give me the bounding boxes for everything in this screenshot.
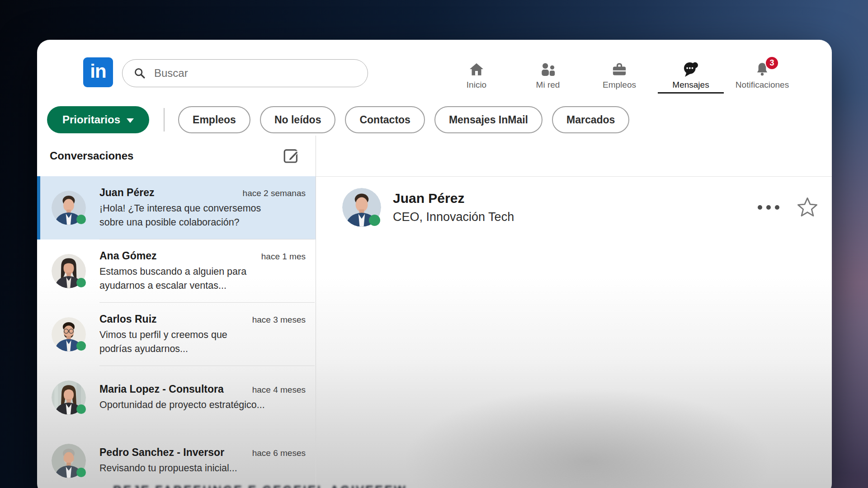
linkedin-window: in Inicio Mi red	[37, 40, 832, 488]
nav-label: Mi red	[536, 80, 560, 89]
filter-pill-empleos[interactable]: Empleos	[178, 106, 250, 133]
compose-message-button[interactable]	[282, 146, 301, 165]
conversation-preview: ¡Hola! ¿Te interesa que conversemos sobr…	[99, 202, 306, 230]
conversation-preview: Vimos tu perfil y creemos que podrías ay…	[99, 328, 306, 356]
conversation-item-maria-lopez[interactable]: Maria Lopez - Consultora hace 4 meses Op…	[37, 366, 316, 429]
conversation-name: Ana Gómez	[99, 250, 157, 262]
nav-label: Mensajes	[672, 80, 709, 89]
conversation-preview: Estamos buscando a alguien para ayudarno…	[99, 265, 306, 293]
conversation-time: hace 4 meses	[252, 385, 306, 395]
briefcase-icon	[611, 60, 628, 78]
message-thread-panel: Juan Pérez CEO, Innovación Tech	[316, 136, 832, 488]
conversation-name: Carlos Ruiz	[99, 313, 157, 325]
online-status-dot	[76, 341, 86, 351]
cutoff-garbled-text: BEJE FABEEHNGE E GEGEIEL AGIVEEEW	[113, 483, 407, 488]
conversation-time: hace 6 meses	[252, 448, 306, 458]
nav-item-empleos[interactable]: Empleos	[584, 51, 655, 89]
filter-pill-label: Contactos	[359, 114, 410, 126]
conversations-title: Conversaciones	[50, 150, 133, 162]
nav-item-mi-red[interactable]: Mi red	[512, 51, 584, 89]
avatar-carlos-ruiz	[52, 317, 86, 352]
filter-pill-label: Marcados	[566, 114, 615, 126]
conversation-item-juan-perez[interactable]: Juan Pérez hace 2 semanas ¡Hola! ¿Te int…	[37, 176, 316, 239]
filter-prioritarios-dropdown[interactable]: Prioritarios	[47, 106, 149, 133]
avatar-juan-perez	[52, 191, 86, 225]
conversation-name: Juan Pérez	[99, 187, 154, 199]
online-status-dot	[76, 278, 86, 287]
avatar-pedro-sanchez	[52, 444, 86, 478]
avatar-thread-juan-perez	[342, 188, 381, 227]
nav-item-notificaciones[interactable]: 3 Notificaciones	[726, 51, 798, 89]
filter-primary-label: Prioritarios	[62, 113, 120, 126]
desktop-background: in Inicio Mi red	[0, 0, 868, 488]
filter-pill-label: Mensajes InMail	[449, 114, 528, 126]
network-icon	[539, 60, 557, 78]
nav-label: Inicio	[467, 80, 486, 89]
filter-pill-marcados[interactable]: Marcados	[552, 106, 629, 133]
online-status-dot	[76, 404, 86, 414]
conversation-preview: Oportunidad de proyecto estratégico...	[99, 398, 306, 412]
linkedin-logo-text: in	[90, 61, 106, 82]
filter-divider	[164, 108, 165, 131]
nav-item-mensajes[interactable]: Mensajes	[655, 51, 726, 89]
conversation-item-carlos-ruiz[interactable]: Carlos Ruiz hace 3 meses Vimos tu perfil…	[37, 303, 316, 366]
nav-label: Notificaciones	[736, 80, 789, 89]
conversation-time: hace 2 semanas	[243, 188, 306, 198]
search-bar[interactable]	[122, 59, 368, 87]
conversation-list-panel: Conversaciones Juan Pérez hace 2 semanas…	[37, 136, 316, 488]
thread-top-divider	[316, 176, 832, 177]
thread-header: Juan Pérez CEO, Innovación Tech	[342, 188, 819, 227]
conversation-item-ana-gomez[interactable]: Ana Gómez hace 1 mes Estamos buscando a …	[37, 239, 316, 303]
star-icon[interactable]	[796, 196, 819, 219]
background-haze	[347, 301, 811, 488]
main-nav: Inicio Mi red Empleos Mensajes	[441, 51, 798, 89]
more-options-button[interactable]	[756, 204, 781, 211]
conversation-preview: Revisando tu propuesta inicial...	[99, 461, 306, 475]
messages-icon	[682, 60, 700, 78]
active-tab-underline	[658, 92, 724, 94]
bell-icon: 3	[754, 60, 770, 78]
filter-pill-label: Empleos	[193, 114, 236, 126]
thread-contact-name: Juan Pérez	[393, 191, 514, 206]
filter-pill-label: No leídos	[274, 114, 321, 126]
search-input[interactable]	[153, 66, 359, 80]
thread-contact-headline: CEO, Innovación Tech	[393, 210, 514, 224]
nav-label: Empleos	[603, 80, 636, 89]
avatar-ana-gomez	[52, 254, 86, 288]
filter-pill-no-leidos[interactable]: No leídos	[260, 106, 336, 133]
online-status-dot	[76, 468, 86, 477]
search-icon	[133, 67, 146, 80]
conversation-name: Pedro Sanchez - Inversor	[99, 446, 224, 459]
conversation-time: hace 3 meses	[252, 315, 306, 325]
nav-item-inicio[interactable]: Inicio	[441, 51, 512, 89]
filter-pill-mensajes-inmail[interactable]: Mensajes InMail	[434, 106, 542, 133]
home-icon	[468, 60, 485, 78]
online-status-dot	[76, 215, 86, 224]
chevron-down-icon	[127, 118, 134, 123]
linkedin-logo[interactable]: in	[83, 57, 113, 87]
conversation-time: hace 1 mes	[261, 252, 306, 262]
conversation-name: Maria Lopez - Consultora	[99, 383, 224, 395]
filter-bar: Prioritarios Empleos No leídos Contactos…	[47, 106, 827, 133]
avatar-maria-lopez	[52, 380, 86, 415]
notification-badge: 3	[765, 56, 779, 70]
online-status-dot	[369, 215, 380, 226]
thread-actions	[756, 196, 819, 219]
filter-pill-contactos[interactable]: Contactos	[345, 106, 425, 133]
conversation-item-pedro-sanchez[interactable]: Pedro Sanchez - Inversor hace 6 meses Re…	[37, 429, 316, 488]
